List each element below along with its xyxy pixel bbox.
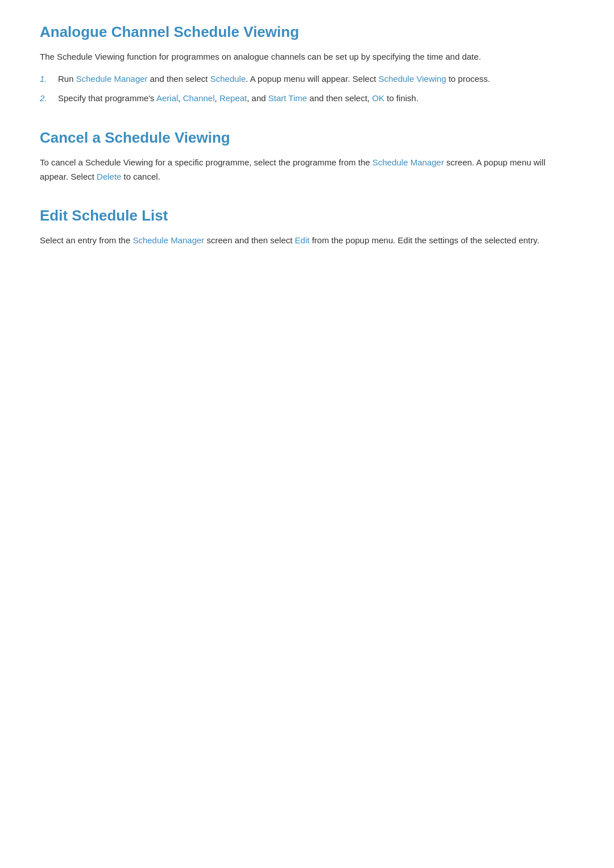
- step-1-text: Run Schedule Manager and then select Sch…: [58, 72, 574, 86]
- section-analogue-schedule-viewing: Analogue Channel Schedule Viewing The Sc…: [40, 23, 574, 106]
- step-1-schedule: Schedule: [210, 74, 246, 84]
- step-1-schedule-manager: Schedule Manager: [76, 74, 148, 84]
- step-2-number: 2.: [40, 92, 58, 106]
- section1-title: Analogue Channel Schedule Viewing: [40, 23, 574, 42]
- step-1-number: 1.: [40, 72, 58, 86]
- section2-title: Cancel a Schedule Viewing: [40, 128, 574, 148]
- step-2-repeat: Repeat: [219, 93, 247, 103]
- step-2-ok: OK: [372, 93, 384, 103]
- step-2-aerial: Aerial: [156, 93, 178, 103]
- step-2-channel: Channel: [183, 93, 215, 103]
- step-1-schedule-viewing: Schedule Viewing: [379, 74, 446, 84]
- section3-title: Edit Schedule List: [40, 206, 574, 226]
- section2-schedule-manager: Schedule Manager: [372, 157, 444, 167]
- step-2-text: Specify that programme's Aerial, Channel…: [58, 92, 574, 106]
- step-1: 1. Run Schedule Manager and then select …: [40, 72, 574, 86]
- section2-delete: Delete: [97, 172, 121, 181]
- step-2: 2. Specify that programme's Aerial, Chan…: [40, 92, 574, 106]
- section2-intro: To cancel a Schedule Viewing for a speci…: [40, 156, 574, 184]
- section3-edit: Edit: [295, 235, 310, 245]
- section-edit-schedule-list: Edit Schedule List Select an entry from …: [40, 206, 574, 248]
- step-2-start-time: Start Time: [268, 93, 307, 103]
- section3-intro: Select an entry from the Schedule Manage…: [40, 234, 574, 248]
- section-cancel-schedule-viewing: Cancel a Schedule Viewing To cancel a Sc…: [40, 128, 574, 184]
- section1-intro: The Schedule Viewing function for progra…: [40, 50, 574, 64]
- section3-schedule-manager: Schedule Manager: [132, 235, 204, 245]
- section1-steps-list: 1. Run Schedule Manager and then select …: [40, 72, 574, 106]
